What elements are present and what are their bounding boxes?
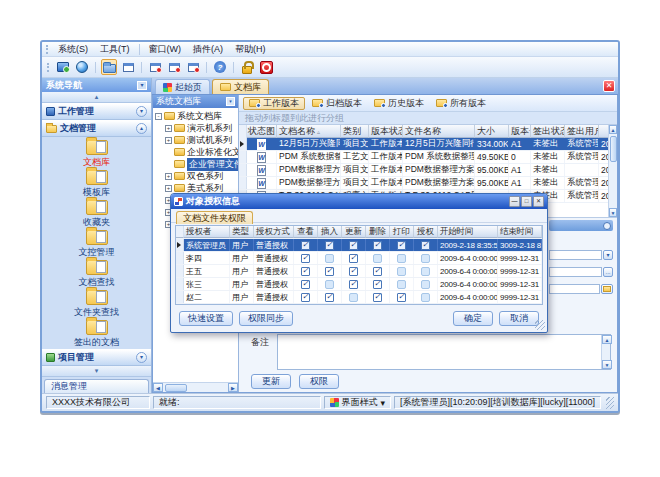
- version-filter-button[interactable]: 历史版本: [369, 97, 429, 110]
- grant-checkbox[interactable]: [421, 280, 430, 289]
- tab-doc-library[interactable]: 文档库: [212, 79, 269, 94]
- dialog-titlebar[interactable]: 对象授权信息 — □ ✕: [171, 194, 547, 209]
- insert-checkbox[interactable]: [325, 241, 334, 250]
- tree-twisty-icon[interactable]: +: [165, 185, 172, 192]
- scroll-up-icon[interactable]: ▲: [609, 125, 617, 134]
- menu-window[interactable]: 窗口(W): [144, 43, 187, 56]
- col-view[interactable]: 查看: [294, 226, 318, 238]
- lock-icon[interactable]: [239, 59, 255, 75]
- scroll-thumb[interactable]: [165, 384, 187, 392]
- sidebar-item[interactable]: 文件夹查找: [42, 289, 151, 319]
- expand-work-button[interactable]: ▾: [136, 106, 147, 117]
- table-vertical-scrollbar[interactable]: ▲ ▼: [608, 125, 617, 217]
- col-delete[interactable]: 删除: [366, 226, 390, 238]
- group-by-bar[interactable]: 拖动列标题到此进行分组: [239, 112, 617, 125]
- print-checkbox[interactable]: [397, 241, 406, 250]
- print-checkbox[interactable]: [397, 254, 406, 263]
- window-icon[interactable]: [120, 59, 136, 75]
- document-row[interactable]: 12月5日万兴隆同行... 项目文档 工作版本 12月5日万兴隆同行... 33…: [239, 138, 608, 151]
- scroll-left-icon[interactable]: ◀: [153, 383, 163, 392]
- sidebar-item[interactable]: 文档查找: [42, 259, 151, 289]
- update-checkbox[interactable]: [349, 293, 358, 302]
- document-row[interactable]: PDM数据整理方案.doc 项目文档 工作版本 PDM数据整理方案.doc 95…: [239, 164, 608, 177]
- grant-checkbox[interactable]: [421, 267, 430, 276]
- ok-button[interactable]: 确定: [453, 311, 493, 326]
- collapse-strip-bottom[interactable]: ▾: [42, 366, 151, 377]
- pin-button[interactable]: ▾: [137, 81, 147, 90]
- tree-twisty-icon[interactable]: [165, 161, 172, 168]
- col-checkout-user[interactable]: 签出用户: [565, 125, 599, 138]
- scroll-down-icon[interactable]: ▼: [602, 360, 612, 369]
- tree-item[interactable]: 企业管理文件: [153, 158, 238, 170]
- tab-start-page[interactable]: 起始页: [155, 79, 210, 94]
- permission-row[interactable]: 赵二 用户 普通授权 2009-6-4 0:00:00 9999-12-31 2…: [176, 291, 542, 304]
- col-size[interactable]: 大小: [475, 125, 509, 138]
- exit-icon[interactable]: [258, 59, 274, 75]
- insert-checkbox[interactable]: [325, 293, 334, 302]
- col-name[interactable]: 文档名称▵: [277, 125, 341, 138]
- menu-tools[interactable]: 工具(T): [95, 43, 135, 56]
- version-filter-button[interactable]: 归档版本: [307, 97, 367, 110]
- tree-item[interactable]: 企业标准化文件: [153, 146, 238, 158]
- col-update[interactable]: 更新: [342, 226, 366, 238]
- expand-project-button[interactable]: ▾: [136, 352, 147, 363]
- permission-row[interactable]: 系统管理员 用户 普通授权 2009-2-18 8:35:57 3009-2-1…: [176, 239, 542, 252]
- remark-scrollbar[interactable]: ▲ ▼: [601, 335, 610, 369]
- insert-checkbox[interactable]: [325, 267, 334, 276]
- menu-system[interactable]: 系统(S): [53, 43, 93, 56]
- permission-sync-button[interactable]: 权限同步: [239, 311, 293, 326]
- property-input[interactable]: [549, 250, 602, 260]
- sidebar-group-project[interactable]: 项目管理 ▾: [42, 349, 151, 366]
- col-checkout-state[interactable]: 签出状态: [531, 125, 565, 138]
- tree-twisty-icon[interactable]: +: [165, 137, 172, 144]
- tree-twisty-icon[interactable]: -: [155, 113, 162, 120]
- cancel-button[interactable]: 取消: [499, 311, 539, 326]
- col-start-time[interactable]: 开始时间: [438, 226, 498, 238]
- version-filter-button[interactable]: 工作版本: [243, 97, 305, 110]
- collapse-strip-top[interactable]: ▴: [42, 92, 151, 103]
- delete-checkbox[interactable]: [373, 254, 382, 263]
- minimize-icon[interactable]: —: [509, 196, 520, 207]
- property-input[interactable]: [549, 267, 602, 277]
- menu-plugins[interactable]: 插件(A): [188, 43, 228, 56]
- menu-help[interactable]: 帮助(H): [230, 43, 271, 56]
- delete-checkbox[interactable]: [373, 293, 382, 302]
- tree-item[interactable]: + 双色系列: [153, 170, 238, 182]
- view-checkbox[interactable]: [301, 267, 310, 276]
- close-tab-icon[interactable]: ✕: [603, 80, 615, 92]
- sidebar-item[interactable]: 文控管理: [42, 230, 151, 260]
- col-type[interactable]: 类型: [230, 226, 254, 238]
- scroll-up-icon[interactable]: ▲: [602, 335, 612, 344]
- insert-checkbox[interactable]: [325, 254, 334, 263]
- maximize-icon[interactable]: □: [521, 196, 532, 207]
- view-checkbox[interactable]: [301, 293, 310, 302]
- update-checkbox[interactable]: [349, 241, 358, 250]
- grant-checkbox[interactable]: [421, 254, 430, 263]
- delete-checkbox[interactable]: [373, 241, 382, 250]
- permission-row[interactable]: 王五 用户 普通授权 2009-6-4 0:00:00 9999-12-31 2…: [176, 265, 542, 278]
- col-category[interactable]: 类别: [341, 125, 369, 138]
- quick-settings-button[interactable]: 快速设置: [179, 311, 233, 326]
- close-icon[interactable]: ✕: [533, 196, 544, 207]
- col-grantee[interactable]: 授权者: [184, 226, 230, 238]
- sidebar-group-work[interactable]: 工作管理 ▾: [42, 103, 151, 120]
- update-checkbox[interactable]: [349, 280, 358, 289]
- mail-send-icon[interactable]: [147, 59, 163, 75]
- col-file-name[interactable]: 文件名称: [403, 125, 475, 138]
- delete-checkbox[interactable]: [373, 267, 382, 276]
- col-mode[interactable]: 授权方式: [254, 226, 294, 238]
- message-management-tab[interactable]: 消息管理: [44, 379, 149, 393]
- permission-button[interactable]: 权限: [299, 374, 339, 389]
- collapse-doc-button[interactable]: ▴: [136, 123, 147, 134]
- ellipsis-button[interactable]: ...: [603, 267, 613, 277]
- panel-pin-button[interactable]: [603, 222, 611, 230]
- insert-checkbox[interactable]: [325, 280, 334, 289]
- sidebar-item[interactable]: 收藏夹: [42, 200, 151, 230]
- tree-twisty-icon[interactable]: +: [165, 125, 172, 132]
- sidebar-group-doc[interactable]: 文档管理 ▴: [42, 120, 151, 137]
- col-version-state[interactable]: 版本状态: [369, 125, 403, 138]
- grant-checkbox[interactable]: [421, 293, 430, 302]
- print-checkbox[interactable]: [397, 280, 406, 289]
- open-folder-icon[interactable]: [101, 59, 117, 75]
- sidebar-item[interactable]: 文档库: [42, 140, 151, 170]
